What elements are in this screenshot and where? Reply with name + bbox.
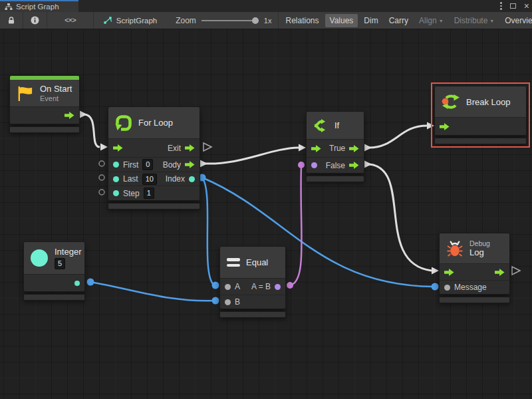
a-input-port[interactable] [225,284,231,290]
node-footer [439,297,510,303]
align-dropdown[interactable]: Align▼ [414,14,448,27]
unconnected-port-circle[interactable] [99,175,104,180]
tab-script-graph[interactable]: Script Graph [0,0,78,12]
window-menu-icon[interactable] [500,2,502,10]
true-flow-output-port[interactable] [349,145,359,152]
wire-index-equal-a[interactable] [202,178,214,285]
last-value-field[interactable]: 10 [142,174,157,185]
node-subtitle: Event [40,94,72,102]
graph-breadcrumb[interactable]: ScriptGraph [94,12,165,29]
message-input-port[interactable] [444,285,450,291]
wire-endpoint-dot [287,282,293,289]
b-input-port[interactable] [225,299,231,305]
lock-button[interactable] [0,12,23,29]
body-flow-output-port[interactable] [185,161,195,168]
wire-integer-equal-b[interactable] [90,282,214,301]
integer-output-port[interactable] [74,281,80,286]
scriptgraph-icon [103,16,112,25]
first-port-label: First [123,160,138,170]
flag-icon [17,86,34,101]
wire-endpoint-triangle [299,144,306,152]
node-title: If [334,120,339,130]
wire-equal-if-condition[interactable] [290,166,302,285]
node-debug-log[interactable]: Debug Log Message [439,233,510,303]
wire-endpoint-dot [212,297,219,305]
chevron-down-icon: ▼ [439,19,444,23]
node-footer [9,126,80,133]
exit-prediction-triangle [203,143,211,151]
a-port-label: A [235,282,240,291]
relations-button[interactable]: Relations [281,14,323,27]
flow-output-port[interactable] [495,269,505,276]
condition-input-port[interactable] [311,162,317,168]
node-title: Integer [55,247,81,257]
node-title-small: Debug [469,239,490,247]
result-output-port[interactable] [275,284,281,290]
graph-name-label: ScriptGraph [116,17,157,25]
wire-onstart-forloop[interactable] [84,114,100,147]
flow-input-port[interactable] [440,123,450,130]
node-footer [434,138,527,144]
b-port-label: B [235,297,240,307]
first-value-field[interactable]: 0 [142,159,153,170]
wire-endpoint-dot [212,282,219,289]
zoom-value: 1x [264,17,272,25]
false-flow-output-port[interactable] [349,162,359,169]
edit-source-button[interactable]: <×> [47,12,94,29]
node-break-loop[interactable]: Break Loop [434,86,527,144]
values-button[interactable]: Values [325,14,358,27]
unconnected-port-circle[interactable] [99,190,104,195]
carry-button[interactable]: Carry [384,14,413,27]
overview-button[interactable]: Overview [500,14,532,27]
node-integer[interactable]: Integer 5 [23,241,85,301]
node-title: Log [469,247,490,257]
wire-true-breakloop[interactable] [369,126,427,148]
exit-flow-output-port[interactable] [185,144,195,152]
integer-value-field[interactable]: 5 [55,258,65,269]
output-prediction-triangle [512,267,520,275]
index-port-label: Index [166,174,185,184]
graph-canvas[interactable]: On Start Event [0,29,532,399]
break-loop-icon [442,93,460,110]
node-title: Break Loop [466,97,511,107]
node-title: On Start [40,84,72,94]
step-input-port[interactable] [113,190,119,196]
node-footer [306,176,364,182]
message-port-label: Message [454,283,487,292]
zoom-slider-handle[interactable] [252,17,259,24]
dim-button[interactable]: Dim [359,14,382,27]
wire-layer [0,29,532,399]
node-for-loop[interactable]: For Loop Exit First 0 [108,106,200,209]
wire-endpoint-triangle [427,122,434,130]
script-graph-window: Script Graph × <×> [0,0,532,399]
node-footer [108,203,200,209]
step-port-label: Step [123,189,140,198]
false-port-label: False [326,161,345,170]
node-title: Equal [246,257,268,267]
node-on-start[interactable]: On Start Event [9,75,80,133]
wire-body-if[interactable] [205,148,299,164]
close-icon[interactable]: × [524,1,529,11]
node-equal[interactable]: Equal A A = B B [219,246,286,318]
maximize-icon[interactable] [510,3,516,9]
step-value-field[interactable]: 1 [144,188,154,199]
wire-false-debuglog[interactable] [369,164,432,271]
first-input-port[interactable] [113,162,119,168]
flow-output-port[interactable] [65,112,74,119]
integer-type-icon [31,249,48,267]
flow-input-port[interactable] [444,269,454,276]
unconnected-port-circle[interactable] [99,161,104,166]
zoom-slider[interactable] [201,20,259,21]
true-port-label: True [329,144,345,153]
flow-input-port[interactable] [113,144,123,152]
hierarchy-icon [5,3,13,11]
inspect-button[interactable] [23,12,47,29]
node-if[interactable]: If True False [306,111,364,182]
tab-bar: Script Graph × [0,0,532,12]
flow-input-port[interactable] [311,145,321,152]
last-input-port[interactable] [113,176,119,182]
wire-endpoint-triangle [80,111,87,118]
distribute-dropdown[interactable]: Distribute▼ [450,14,499,27]
index-output-port[interactable] [189,176,195,182]
wire-endpoint-triangle [200,160,207,168]
